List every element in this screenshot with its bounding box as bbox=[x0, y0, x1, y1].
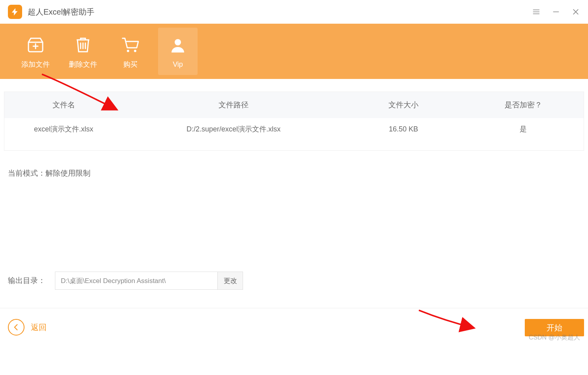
table-row[interactable]: excel演示文件.xlsx D:/2.super/excel演示文件.xlsx… bbox=[4, 118, 584, 140]
minimize-icon[interactable] bbox=[552, 8, 560, 16]
col-header-size: 文件大小 bbox=[344, 100, 463, 110]
delete-file-button[interactable]: 删除文件 bbox=[63, 28, 103, 75]
table-header-row: 文件名 文件路径 文件大小 是否加密？ bbox=[4, 92, 584, 118]
svg-point-2 bbox=[175, 39, 181, 45]
toolbar: 添加文件 删除文件 购买 Vip bbox=[0, 24, 588, 79]
vip-button[interactable]: Vip bbox=[158, 28, 198, 75]
delete-file-label: 删除文件 bbox=[69, 60, 97, 69]
buy-button[interactable]: 购买 bbox=[111, 28, 150, 75]
svg-point-0 bbox=[127, 50, 129, 52]
close-icon[interactable] bbox=[571, 8, 580, 16]
change-dir-button[interactable]: 更改 bbox=[217, 272, 243, 289]
cell-encrypted: 是 bbox=[463, 124, 584, 134]
cell-path: D:/2.super/excel演示文件.xlsx bbox=[123, 124, 344, 134]
delete-file-icon bbox=[72, 34, 94, 56]
watermark: CSDN @小奥超人 bbox=[529, 334, 580, 342]
back-label: 返回 bbox=[31, 322, 47, 333]
titlebar: 超人Excel解密助手 bbox=[0, 0, 588, 24]
cell-name: excel演示文件.xlsx bbox=[4, 124, 123, 134]
mode-line: 当前模式：解除使用限制 bbox=[8, 168, 588, 178]
file-table: 文件名 文件路径 文件大小 是否加密？ excel演示文件.xlsx D:/2.… bbox=[4, 92, 584, 151]
col-header-name: 文件名 bbox=[4, 100, 123, 110]
app-logo bbox=[8, 5, 22, 19]
add-file-icon bbox=[24, 34, 47, 56]
window-controls bbox=[532, 8, 580, 16]
back-arrow-icon bbox=[8, 319, 24, 336]
cell-size: 16.50 KB bbox=[344, 125, 463, 133]
footer-separator bbox=[0, 308, 588, 308]
buy-label: 购买 bbox=[123, 60, 138, 69]
menu-icon[interactable] bbox=[532, 8, 541, 16]
output-box: 更改 bbox=[55, 272, 243, 290]
col-header-encrypted: 是否加密？ bbox=[463, 100, 584, 110]
add-file-label: 添加文件 bbox=[21, 60, 50, 69]
vip-icon bbox=[167, 34, 189, 56]
svg-point-1 bbox=[134, 50, 136, 52]
cart-icon bbox=[119, 34, 141, 56]
output-directory-input[interactable] bbox=[55, 272, 217, 289]
col-header-path: 文件路径 bbox=[123, 100, 344, 110]
output-label: 输出目录： bbox=[8, 276, 45, 286]
back-button[interactable]: 返回 bbox=[8, 319, 47, 336]
output-directory-row: 输出目录： 更改 bbox=[8, 272, 243, 290]
mode-value: 解除使用限制 bbox=[45, 169, 90, 177]
mode-label: 当前模式： bbox=[8, 169, 45, 177]
add-file-button[interactable]: 添加文件 bbox=[16, 28, 55, 75]
table-body: excel演示文件.xlsx D:/2.super/excel演示文件.xlsx… bbox=[4, 118, 584, 150]
vip-label: Vip bbox=[173, 60, 183, 69]
app-title: 超人Excel解密助手 bbox=[28, 7, 94, 17]
